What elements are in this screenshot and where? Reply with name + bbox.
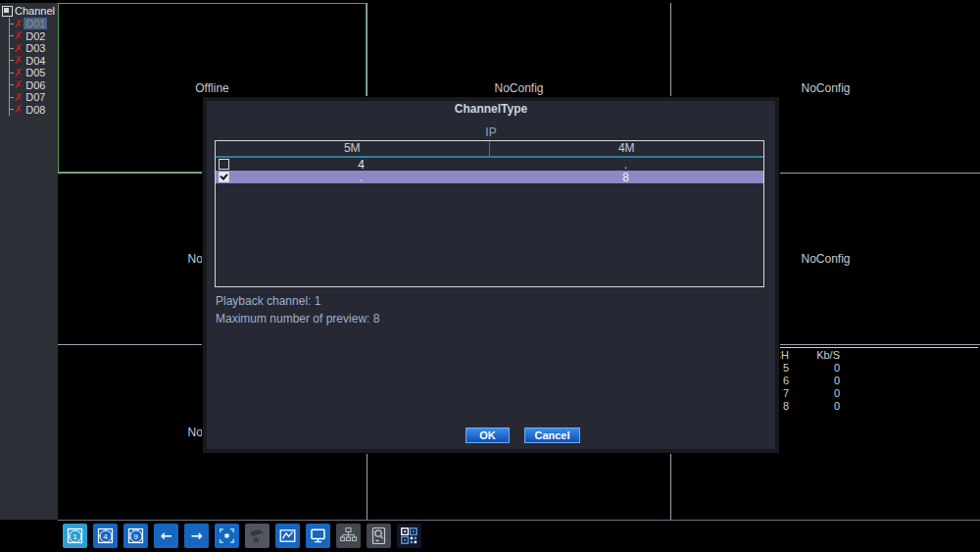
channel-tree-title: Channel xyxy=(15,5,55,17)
video-cell-status: NoConfig xyxy=(801,252,850,266)
offline-x-icon: ✗ xyxy=(14,30,23,41)
column-header-5m: 5M xyxy=(216,141,490,156)
video-cell-status: NoConfig xyxy=(801,81,850,95)
channel-label: D03 xyxy=(24,42,47,54)
offline-x-icon: ✗ xyxy=(14,104,23,115)
view-quad-button[interactable]: 4 xyxy=(93,524,118,548)
checkbox-cell xyxy=(216,159,233,170)
max-preview-info: Maximum number of preview: 8 xyxy=(216,312,379,326)
channel-tree: ✗D01 ✗D02 ✗D03 ✗D04 ✗D05 ✗D06 ✗D07 ✗D08 xyxy=(9,18,58,116)
column-header-4m: 4M xyxy=(490,141,764,156)
view-single-button[interactable]: 1 xyxy=(63,524,87,548)
sidebar-item-d05[interactable]: ✗D05 xyxy=(10,67,58,79)
playback-button[interactable] xyxy=(275,524,300,548)
bitrate-value: 0 xyxy=(789,375,840,387)
arrow-left-icon: ← xyxy=(161,524,172,548)
channel-label: D08 xyxy=(24,104,47,116)
nvr-screen: Offline NoConfig NoConfig NoConfig NoCon… xyxy=(0,0,980,552)
bitrate-col-kbs: Kb/S xyxy=(789,349,840,362)
video-cell-status: Offline xyxy=(195,81,228,95)
channel-label: D02 xyxy=(24,30,47,42)
bottom-toolbar: 1 4 9 ← → xyxy=(0,521,980,552)
offline-x-icon: ✗ xyxy=(14,68,23,78)
bitrate-value: 0 xyxy=(789,362,840,375)
offline-x-icon: ✗ xyxy=(14,55,23,66)
network-tree-icon xyxy=(336,524,361,548)
cell-5m: . xyxy=(233,171,489,184)
waveform-icon xyxy=(275,524,300,548)
qr-code-button[interactable] xyxy=(397,524,421,548)
view-count-badge: 9 xyxy=(129,529,142,542)
sidebar-item-d08[interactable]: ✗D08 xyxy=(10,104,58,117)
ptz-button[interactable] xyxy=(245,524,270,548)
arrow-right-icon: → xyxy=(191,524,203,548)
cell-4m: 8 xyxy=(489,171,762,184)
bitrate-value: 0 xyxy=(789,400,840,413)
table-row[interactable]: . 8 xyxy=(216,171,763,183)
disk-search-icon xyxy=(367,524,391,548)
channel-label: D06 xyxy=(24,79,47,91)
storage-button[interactable] xyxy=(367,524,391,548)
cancel-button[interactable]: Cancel xyxy=(524,427,580,443)
sidebar-item-d07[interactable]: ✗D07 xyxy=(10,91,58,104)
next-button[interactable]: → xyxy=(184,524,209,548)
view-nine-button[interactable]: 9 xyxy=(123,524,148,548)
bitrate-value: 0 xyxy=(789,387,840,400)
display-button[interactable] xyxy=(306,524,330,548)
channel-label: D04 xyxy=(24,55,47,67)
network-button[interactable] xyxy=(336,524,361,548)
tour-icon xyxy=(215,524,239,548)
row-checkbox[interactable] xyxy=(219,159,229,170)
cell-5m: 4 xyxy=(233,158,489,172)
channel-label: D05 xyxy=(24,67,47,78)
channel-type-table: 5M 4M 4 . . 8 xyxy=(215,140,764,287)
table-row[interactable]: 4 . xyxy=(216,158,763,171)
table-header-row: 5M 4M xyxy=(216,141,763,158)
checkbox-cell xyxy=(216,172,233,182)
offline-x-icon: ✗ xyxy=(14,79,23,90)
view-count-badge: 1 xyxy=(69,529,81,542)
channel-label: D07 xyxy=(24,91,47,103)
dialog-title: ChannelType xyxy=(207,102,775,116)
sidebar-item-d06[interactable]: ✗D06 xyxy=(10,79,58,92)
channel-type-dialog: ChannelType IP 5M 4M 4 . . 8 Pla xyxy=(203,97,779,453)
monitor-icon xyxy=(306,524,330,548)
channel-sidebar: Channel ✗D01 ✗D02 ✗D03 ✗D04 ✗D05 ✗D06 ✗D… xyxy=(0,3,58,520)
channel-tree-root[interactable]: Channel xyxy=(0,3,58,18)
ptz-camera-icon xyxy=(245,524,270,548)
sidebar-item-d04[interactable]: ✗D04 xyxy=(10,55,58,68)
sidebar-item-d01[interactable]: ✗D01 xyxy=(10,18,58,30)
ok-button[interactable]: OK xyxy=(466,427,510,443)
cell-4m: . xyxy=(489,158,762,172)
ip-group-label: IP xyxy=(207,125,775,139)
video-cell-status: NoConfig xyxy=(494,81,543,95)
sidebar-item-d03[interactable]: ✗D03 xyxy=(10,42,58,55)
window-icon xyxy=(2,6,13,17)
previous-button[interactable]: ← xyxy=(154,524,178,548)
offline-x-icon: ✗ xyxy=(14,43,23,54)
view-count-badge: 4 xyxy=(99,529,112,542)
playback-channel-info: Playback channel: 1 xyxy=(216,294,320,308)
sidebar-item-d02[interactable]: ✗D02 xyxy=(10,30,58,43)
qr-code-icon xyxy=(397,524,421,548)
channel-label: D01 xyxy=(24,18,47,29)
offline-x-icon: ✗ xyxy=(14,19,23,29)
tour-button[interactable] xyxy=(215,524,239,548)
toolbar-buttons: 1 4 9 ← → xyxy=(63,524,421,548)
offline-x-icon: ✗ xyxy=(14,92,23,103)
row-checkbox[interactable] xyxy=(219,172,229,182)
